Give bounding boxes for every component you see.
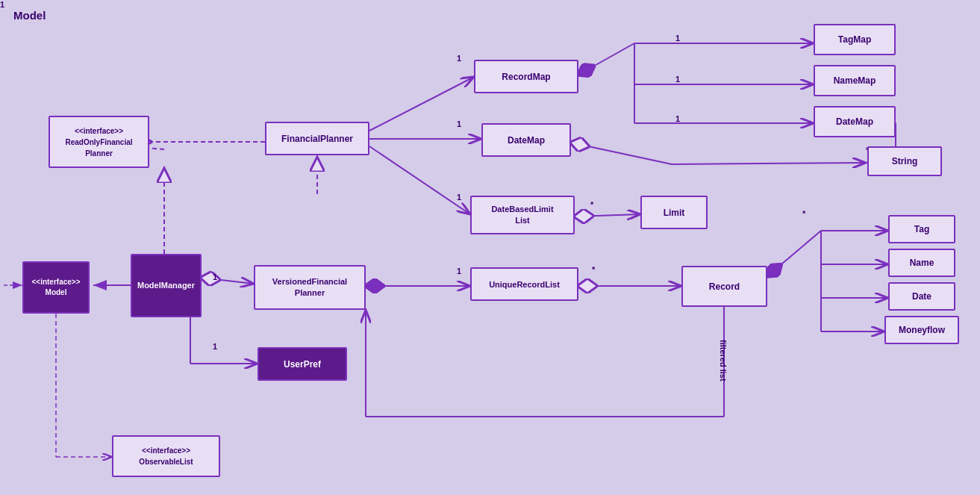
label-1-namemap: 1 bbox=[675, 75, 680, 84]
box-string: String bbox=[867, 146, 942, 176]
label-1-record-bottom: 1 bbox=[0, 0, 4, 9]
diagram-title: Model bbox=[13, 9, 46, 22]
svg-line-10 bbox=[202, 278, 254, 284]
box-tag: Tag bbox=[888, 215, 955, 243]
box-user-pref: UserPref bbox=[258, 347, 347, 381]
box-record-map: RecordMap bbox=[474, 60, 578, 93]
box-date-map2: DateMap bbox=[814, 106, 896, 137]
label-1-tagmap: 1 bbox=[675, 34, 680, 43]
box-versioned-financial-planner: VersionedFinancialPlanner bbox=[254, 265, 366, 310]
label-1-uniquerecordlist: 1 bbox=[457, 267, 461, 275]
filtered-list-label: filtered list bbox=[719, 340, 728, 382]
svg-line-23 bbox=[571, 143, 672, 164]
label-1-datemap2: 1 bbox=[675, 114, 680, 123]
label-star-tag: * bbox=[802, 209, 805, 218]
box-name-map: NameMap bbox=[814, 65, 896, 96]
svg-line-16 bbox=[369, 146, 470, 214]
box-unique-record-list: UniqueRecordList bbox=[470, 267, 578, 301]
box-name: Name bbox=[888, 249, 955, 277]
svg-line-24 bbox=[672, 163, 866, 164]
box-date-based-limit-list: DateBasedLimitList bbox=[470, 196, 575, 234]
label-1-datemap: 1 bbox=[457, 119, 461, 128]
label-1-dblimitlist: 1 bbox=[457, 193, 461, 202]
box-date: Date bbox=[888, 282, 955, 311]
box-moneyflow: Moneyflow bbox=[884, 316, 959, 344]
label-1-vfp: 1 bbox=[213, 273, 217, 281]
box-model-interface: <<interface>>Model bbox=[22, 261, 90, 314]
box-readonly-financial-planner: <<interface>>ReadOnlyFinancialPlanner bbox=[49, 116, 149, 168]
box-record: Record bbox=[681, 266, 767, 307]
box-observable-list: <<interface>>ObservableList bbox=[112, 435, 220, 477]
label-1-userpref: 1 bbox=[213, 342, 217, 351]
box-tag-map: TagMap bbox=[814, 24, 896, 55]
svg-line-17 bbox=[578, 43, 634, 75]
label-star-record: * bbox=[592, 265, 595, 274]
svg-line-29 bbox=[767, 231, 821, 276]
box-financial-planner: FinancialPlanner bbox=[265, 122, 369, 155]
svg-line-27 bbox=[575, 214, 640, 217]
label-1-recordmap: 1 bbox=[457, 54, 461, 63]
box-limit: Limit bbox=[640, 196, 708, 229]
label-star-limit: * bbox=[590, 200, 593, 209]
box-model-manager: ModelManager bbox=[131, 254, 202, 317]
box-date-map: DateMap bbox=[481, 123, 571, 157]
diagram-container: Model bbox=[0, 0, 980, 495]
